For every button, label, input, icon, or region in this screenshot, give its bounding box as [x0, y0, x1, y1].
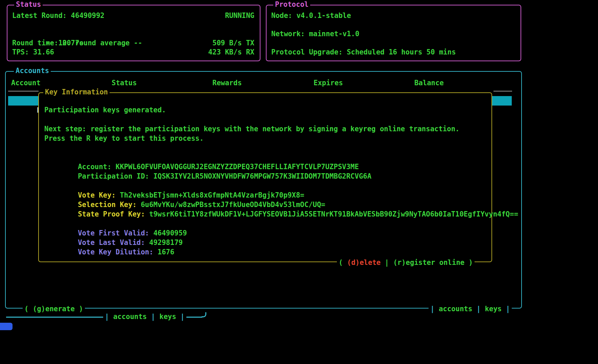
account-label: Account:	[78, 163, 111, 171]
network-text: Network: mainnet-v1.0	[271, 30, 359, 38]
column-header-expires: Expires	[314, 79, 343, 87]
key-info-blank-row-2	[44, 143, 491, 153]
footer-tab-keys[interactable]: keys	[159, 313, 176, 321]
latest-round-text: Latest Round: 46490992	[12, 11, 105, 20]
footer-tab-accounts[interactable]: accounts	[113, 313, 147, 321]
key-info-blank-row-1	[44, 115, 491, 124]
column-header-rewards: Rewards	[212, 79, 242, 87]
protocol-upgrade-text: Protocol Upgrade: Scheduled 16 hours 50 …	[271, 48, 456, 56]
participation-id-value: IQSK3IYV2LR5NOXNYVHDFW76MPGW757K3WIIDOM7…	[153, 172, 371, 180]
action-separator: |	[381, 258, 393, 267]
accounts-panel-tabbar: | accounts | keys |	[429, 305, 512, 313]
protocol-blank-row-2	[271, 39, 515, 48]
state-proof-key-value: t9wsrK6tiT1Y8zfWUkDF1V+LJGFYSEOVB1JiA5SE…	[149, 210, 518, 218]
key-information-title: Key Information	[43, 88, 110, 96]
status-panel: Status Latest Round: 46490992 RUNNING --…	[7, 5, 260, 61]
outer-window-border-corner	[202, 312, 206, 317]
vote-first-valid-value: 46490959	[153, 229, 187, 237]
tab-pipe: |	[477, 305, 481, 313]
status-panel-title: Status	[14, 0, 43, 8]
protocol-blank-row-1	[271, 20, 515, 29]
blue-indicator	[0, 323, 13, 330]
vote-key-label: Vote Key:	[78, 191, 116, 199]
terminal-screen: Status Latest Round: 46490992 RUNNING --…	[0, 0, 598, 364]
participation-id-label: Participation ID:	[78, 172, 149, 180]
account-address: KKPWL6OFVUFOAVQGGURJ2EGNZYZZDPEQ37CHEFLL…	[116, 163, 359, 171]
state-proof-key-label: State Proof Key:	[78, 210, 145, 218]
register-online-action-button[interactable]: (r)egister online )	[393, 258, 473, 267]
vote-key-value: Th2veksbETjsmn+Xlds8xGfmpNtA4VzarBgjk70p…	[120, 191, 304, 199]
tab-pipe: |	[506, 305, 510, 313]
vote-last-valid-value: 49298179	[149, 238, 183, 247]
status-blank-row	[12, 20, 254, 29]
header-separator-right	[493, 91, 512, 92]
node-state-badge: RUNNING	[225, 11, 254, 20]
tps-text: TPS: 31.66	[12, 48, 54, 57]
header-separator-left	[8, 91, 39, 92]
delete-action-button[interactable]: (d)elete	[347, 258, 381, 267]
key-information-body: Participation keys generated. Next step:…	[39, 93, 491, 247]
action-open-paren: (	[339, 258, 347, 267]
next-step-message: Next step: register the participation ke…	[44, 125, 459, 133]
protocol-panel-title: Protocol	[273, 0, 310, 8]
keys-generated-message: Participation keys generated.	[44, 106, 166, 114]
tab-pipe: |	[151, 313, 155, 321]
accounts-panel-title: Accounts	[14, 67, 51, 75]
key-information-dialog: Key Information Participation keys gener…	[38, 92, 492, 262]
column-header-status: Status	[112, 79, 137, 87]
tab-pipe: |	[430, 305, 434, 313]
vote-key-dilution-label: Vote Key Dilution:	[78, 248, 153, 256]
round-time-text: Round time: 2.77s	[12, 39, 84, 48]
selection-key-value: 6u6MvYKu/w8zwPBsstxJ7fkUueOD4VbD4v53lmOC…	[141, 201, 325, 209]
tab-pipe: |	[105, 313, 109, 321]
vote-last-valid-label: Vote Last Valid:	[78, 238, 145, 247]
generate-hint-button[interactable]: ( (g)enerate )	[23, 305, 85, 313]
node-version-text: Node: v4.0.1-stable	[271, 12, 351, 20]
vote-key-dilution-value: 1676	[158, 248, 175, 256]
protocol-panel: Protocol Node: v4.0.1-stable Network: ma…	[266, 5, 521, 61]
press-r-message: Press the R key to start this process.	[44, 134, 204, 142]
protocol-panel-body: Node: v4.0.1-stable Network: mainnet-v1.…	[267, 5, 521, 57]
selection-key-label: Selection Key:	[78, 201, 137, 209]
vote-first-valid-label: Vote First Valid:	[78, 229, 149, 237]
dialog-action-hints: ( (d)elete | (r)egister online )	[337, 258, 475, 267]
tx-rate-text: 509 B/s TX	[212, 39, 254, 48]
status-panel-body: Latest Round: 46490992 RUNNING -- 100 ro…	[7, 5, 260, 57]
tab-pipe: |	[180, 313, 184, 321]
column-header-account: Account	[11, 79, 41, 87]
tab-keys[interactable]: keys	[485, 305, 502, 313]
tab-accounts[interactable]: accounts	[439, 305, 472, 313]
column-header-balance: Balance	[414, 79, 444, 87]
footer-tabbar: | accounts | keys |	[103, 312, 186, 321]
rx-rate-text: 423 KB/s RX	[208, 48, 254, 57]
